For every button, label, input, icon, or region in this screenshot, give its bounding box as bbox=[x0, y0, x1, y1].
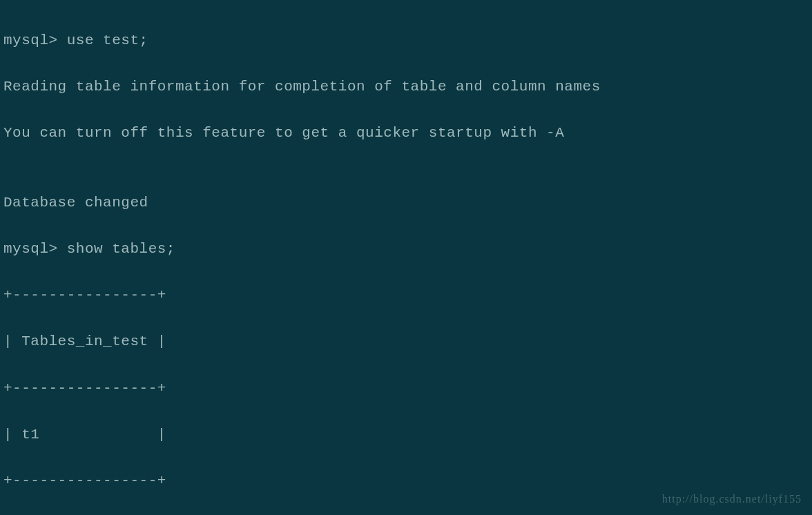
terminal-line: Database changed bbox=[3, 191, 809, 215]
terminal-line: | t1 | bbox=[3, 423, 809, 447]
terminal-line: | Tables_in_test | bbox=[3, 330, 809, 353]
terminal-output: mysql> use test; Reading table informati… bbox=[3, 6, 809, 515]
terminal-line: +----------------+ bbox=[3, 377, 809, 400]
terminal-line: mysql> use test; bbox=[3, 29, 809, 52]
terminal-line: mysql> show tables; bbox=[3, 237, 809, 261]
watermark-text: http://blog.csdn.net/liyf155 bbox=[662, 490, 802, 508]
terminal-line: Reading table information for completion… bbox=[3, 75, 809, 99]
terminal-line: +----------------+ bbox=[3, 284, 809, 307]
terminal-line: You can turn off this feature to get a q… bbox=[3, 122, 809, 145]
terminal-line: +----------------+ bbox=[3, 469, 809, 493]
